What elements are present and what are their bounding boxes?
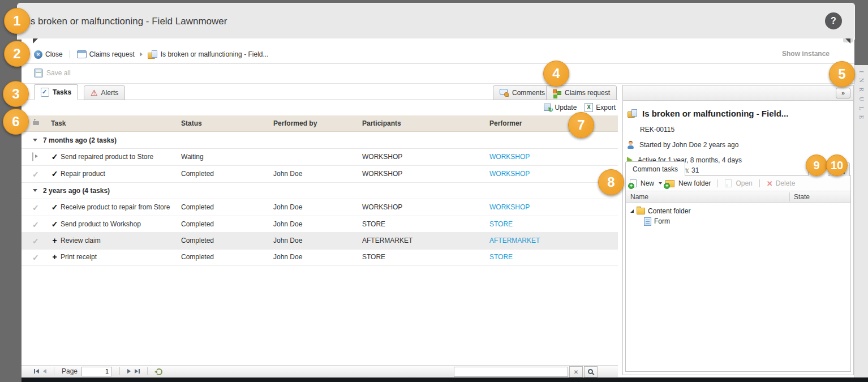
case-icon [628,109,638,118]
breadcrumb-instance[interactable]: Is broken or malfunctioning - Field... [148,50,269,59]
task-performed-by: John Doe [273,216,302,233]
comments-icon [500,89,509,97]
column-task[interactable]: Task [51,115,66,131]
separator [70,50,70,58]
shadow-notch [845,38,850,44]
task-row[interactable]: ✓Send product to Workshop Completed John… [22,216,618,233]
close-button[interactable]: Close [34,50,63,59]
process-label: Claims request [89,50,135,58]
task-row[interactable]: ✓Repair product Completed John Doe WORKS… [22,165,618,183]
collapse-panel-button[interactable]: » [836,88,850,98]
export-button[interactable]: Export [585,103,616,112]
task-status: Completed [181,199,214,216]
content-toolbar: New New folder Open Dele [626,176,850,191]
save-all-label: Save all [46,69,71,77]
breadcrumb-process[interactable]: Claims request [77,50,135,58]
tasks-region: Tasks Alerts Comments Claims request [22,84,618,377]
dropdown-caret-icon [659,182,662,184]
collapsed-side-panel[interactable]: INRULE [854,65,868,377]
annotation-badge-8: 8 [598,169,624,195]
clear-icon [574,368,578,376]
delete-button[interactable]: Delete [767,179,796,188]
performer-link[interactable]: STORE [489,248,513,265]
breadcrumb: Close Claims request Is broken or malfun… [22,45,854,64]
column-name[interactable]: Name [630,193,648,201]
column-state[interactable]: State [794,191,810,203]
performer-link[interactable]: WORKSHOP [489,148,530,165]
file-label: Form [654,217,670,225]
tree-item-content-folder[interactable]: Content folder [626,206,850,216]
save-icon [34,68,43,78]
task-status: Completed [181,216,214,233]
column-performed-by[interactable]: Performed by [273,115,317,131]
performer-link[interactable]: WORKSHOP [489,165,530,182]
column-participants[interactable]: Participants [362,115,401,131]
task-type-mark: ✓ [51,216,58,233]
close-label: Close [45,50,63,58]
task-performed-by: John Doe [273,165,302,182]
open-label: Open [736,179,752,187]
group-header[interactable]: 7 months ago (2 tasks) [22,132,618,149]
update-label: Update [555,104,577,111]
search-button[interactable] [584,366,598,377]
tree-item-form[interactable]: Form [626,216,850,226]
task-row[interactable]: +Print receipt Completed John Doe STORE … [22,248,618,266]
group-header[interactable]: 2 years ago (4 tasks) [22,182,618,199]
clear-filter-button[interactable] [569,366,583,377]
case-title-row: Is broken or malfunctioning - Field... [628,109,846,118]
prev-page-button[interactable] [43,369,46,374]
panel-header: » [623,85,853,101]
task-status: Completed [181,248,214,265]
last-page-button[interactable] [135,369,140,374]
annotation-badge-10: 10 [826,154,848,176]
instance-label: Is broken or malfunctioning - Field... [161,50,269,58]
task-participants: WORKSHOP [362,148,402,165]
open-icon [725,179,732,187]
page-title: Is broken or malfunctioning - Field Lawn… [28,16,227,27]
performer-link[interactable]: WORKSHOP [489,199,530,216]
tab-common-tasks[interactable]: Common tasks [625,161,685,176]
tab-tasks[interactable]: Tasks [34,84,78,100]
annotation-badge-2: 2 [4,41,30,67]
help-button[interactable]: ? [825,12,842,29]
first-page-button[interactable] [34,369,39,374]
new-button[interactable]: New [630,179,662,187]
process-flow-icon [553,89,561,97]
refresh-button[interactable] [155,368,162,375]
task-done-icon [32,203,39,212]
group-label: 2 years ago (4 tasks) [43,187,110,195]
task-performed-by: John Doe [273,248,302,265]
column-performer[interactable]: Performer [489,115,522,131]
side-panel-label: INRULE [858,71,865,124]
expander-icon[interactable] [630,209,634,213]
update-button[interactable]: Update [544,104,577,112]
open-button[interactable]: Open [725,179,752,187]
task-name: Repair product [61,165,105,182]
performer-link[interactable]: AFTERMARKET [489,232,540,249]
details-panel: » Is broken or malfunctioning - Field...… [622,85,854,375]
next-page-button[interactable] [127,369,131,374]
task-row[interactable]: ✓Send repaired product to Store Waiting … [22,148,618,166]
show-instance-button[interactable]: Show instance [782,50,830,58]
task-participants: STORE [362,216,385,233]
tasks-tab-label: Tasks [53,88,71,96]
collapse-caret-icon [33,139,37,141]
save-all-button[interactable]: Save all [34,68,71,78]
tab-comments[interactable]: Comments [493,85,552,100]
user-icon [627,141,634,149]
new-folder-button[interactable]: New folder [665,179,711,187]
warning-icon [91,89,98,97]
excel-icon [585,103,593,112]
task-performed-by: John Doe [273,199,302,216]
performer-link[interactable]: STORE [489,216,513,233]
task-done-icon [32,237,39,246]
task-status: Waiting [181,148,204,165]
tab-claims-request[interactable]: Claims request [546,85,617,100]
task-name: Send product to Workshop [61,216,141,233]
page-input[interactable] [81,367,112,376]
column-status[interactable]: Status [181,115,202,131]
tab-alerts[interactable]: Alerts [84,85,125,100]
task-row-selected[interactable]: +Review claim Completed John Doe AFTERMA… [22,232,618,250]
task-row[interactable]: ✓Receive product to repair from Store Co… [22,199,618,216]
filter-input[interactable] [454,367,568,377]
